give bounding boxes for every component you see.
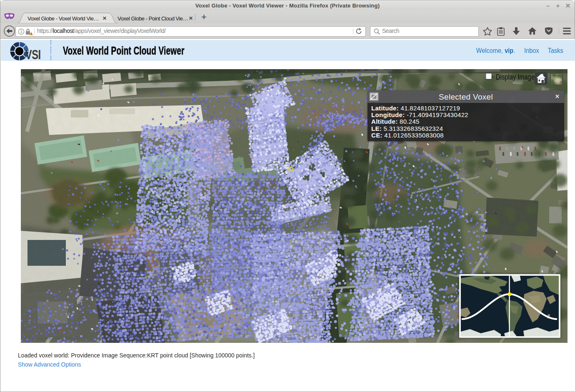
svg-text:VSI: VSI [25,47,41,61]
